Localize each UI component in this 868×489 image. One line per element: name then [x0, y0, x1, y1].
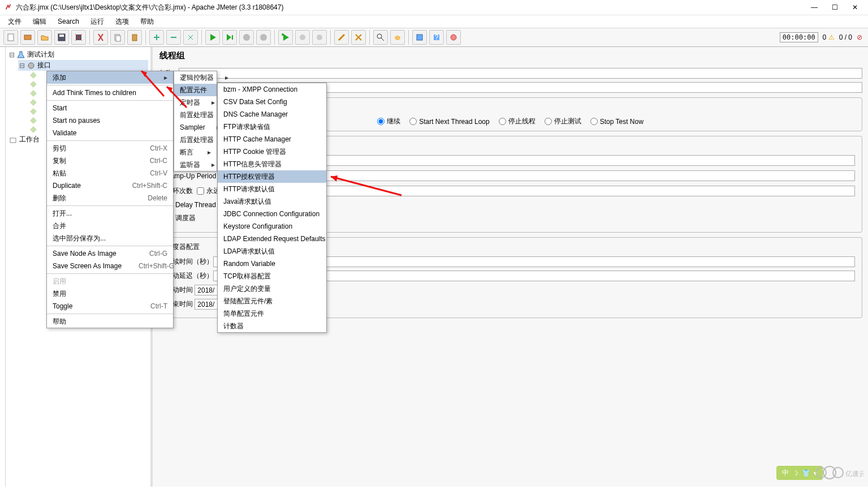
- svg-rect-8: [232, 35, 233, 40]
- ctx-config-item[interactable]: bzm - XMPP Connection: [218, 83, 326, 96]
- saveall-icon[interactable]: [71, 30, 86, 45]
- ctx-config-item[interactable]: Keystore Configuration: [218, 220, 326, 233]
- reset-search-icon[interactable]: [390, 30, 405, 45]
- ctx-disable[interactable]: 禁用: [47, 288, 173, 300]
- ctx-merge[interactable]: 合并: [47, 220, 173, 232]
- paste-icon[interactable]: [127, 30, 142, 45]
- maximize-button[interactable]: ☐: [830, 3, 840, 11]
- menu-run[interactable]: 运行: [86, 16, 109, 28]
- ctx-config-item[interactable]: 登陆配置元件/素: [218, 295, 326, 307]
- function-icon[interactable]: [412, 30, 427, 45]
- ctx-start[interactable]: Start: [47, 102, 173, 114]
- ctx-config-item[interactable]: HTTP信息头管理器: [218, 158, 326, 170]
- copy-icon[interactable]: [110, 30, 125, 45]
- ctx-copy[interactable]: 复制Ctrl-C: [47, 155, 173, 167]
- ctx-config-item[interactable]: CSV Data Set Config: [218, 96, 326, 108]
- ctx-config-item[interactable]: HTTP请求默认值: [218, 183, 326, 195]
- rampup-input[interactable]: [257, 170, 855, 181]
- menu-search[interactable]: Search: [53, 16, 84, 27]
- ctx-open[interactable]: 打开...: [47, 207, 173, 220]
- ctx-timer[interactable]: 定时器▸: [174, 96, 217, 109]
- shutdown-icon[interactable]: [256, 30, 271, 45]
- menu-file[interactable]: 文件: [3, 16, 26, 28]
- shirt-icon: 👕: [802, 469, 810, 477]
- ctx-enable: 启用: [47, 275, 173, 288]
- ctx-config-item[interactable]: LDAP请求默认值: [218, 245, 326, 258]
- templates-icon[interactable]: [20, 30, 35, 45]
- menu-help[interactable]: 帮助: [136, 16, 158, 28]
- ctx-sampler[interactable]: Sampler▸: [174, 121, 217, 134]
- ctx-config-element[interactable]: 配置元件▸: [174, 84, 217, 96]
- start-notimer-icon[interactable]: [222, 30, 237, 45]
- scheduler-label: 调度器: [175, 213, 196, 223]
- open-icon[interactable]: [37, 30, 52, 45]
- ctx-preprocessor[interactable]: 前置处理器▸: [174, 109, 217, 121]
- name-input[interactable]: [179, 68, 862, 79]
- save-icon[interactable]: [54, 30, 69, 45]
- ctx-delete[interactable]: 删除Delete: [47, 192, 173, 204]
- radio-stop-now[interactable]: Stop Test Now: [590, 117, 644, 126]
- ctx-cut[interactable]: 剪切Ctrl-X: [47, 142, 173, 155]
- ctx-config-item[interactable]: HTTP Cache Manager: [218, 133, 326, 145]
- svg-rect-1: [24, 35, 31, 40]
- ctx-config-item[interactable]: Random Variable: [218, 258, 326, 270]
- toggle-icon[interactable]: [183, 30, 198, 45]
- svg-point-13: [317, 35, 322, 40]
- ctx-duplicate[interactable]: DuplicateCtrl+Shift-C: [47, 179, 173, 192]
- remote-stop-icon[interactable]: [295, 30, 310, 45]
- ctx-add-think[interactable]: Add Think Times to children: [47, 87, 173, 99]
- ctx-config-item[interactable]: TCP取样器配置: [218, 270, 326, 282]
- expand-icon[interactable]: [149, 30, 164, 45]
- ctx-listener[interactable]: 监听器▸: [174, 158, 217, 171]
- ctx-save-node-image[interactable]: Save Node As ImageCtrl-G: [47, 247, 173, 260]
- stop-icon[interactable]: [239, 30, 254, 45]
- svg-point-24: [833, 467, 843, 478]
- search-icon[interactable]: [373, 30, 388, 45]
- ctx-save-screen-image[interactable]: Save Screen As ImageCtrl+Shift-G: [47, 260, 173, 272]
- ctx-logic-controller[interactable]: 逻辑控制器▸: [174, 71, 217, 84]
- menu-options[interactable]: 选项: [111, 16, 133, 28]
- ctx-config-item[interactable]: 用户定义的变量: [218, 282, 326, 295]
- svg-text:亿速云: 亿速云: [845, 470, 863, 478]
- ctx-config-item[interactable]: HTTP授权管理器: [218, 170, 326, 183]
- ctx-config-item[interactable]: 简单配置元件: [218, 307, 326, 320]
- ctx-config-item[interactable]: Java请求默认值: [218, 195, 326, 208]
- clear-icon[interactable]: [334, 30, 349, 45]
- radio-next-loop[interactable]: Start Next Thread Loop: [409, 117, 490, 126]
- ctx-config-item[interactable]: 计数器: [218, 320, 326, 332]
- ctx-config-item[interactable]: DNS Cache Manager: [218, 108, 326, 121]
- radio-continue[interactable]: 继续: [377, 117, 400, 126]
- tree-threadgroup[interactable]: ⊟ 接口: [18, 60, 148, 71]
- menu-edit[interactable]: 编辑: [28, 16, 51, 28]
- radio-stop-thread[interactable]: 停止线程: [499, 117, 536, 126]
- ctx-paste[interactable]: 粘贴Ctrl-V: [47, 167, 173, 179]
- ctx-config-item[interactable]: HTTP Cookie 管理器: [218, 145, 326, 158]
- close-button[interactable]: ✕: [850, 3, 860, 11]
- ctx-saveas[interactable]: 选中部分保存为...: [47, 232, 173, 244]
- ctx-assertion[interactable]: 断言▸: [174, 146, 217, 158]
- gear-icon[interactable]: [446, 30, 461, 45]
- ctx-validate[interactable]: Validate: [47, 127, 173, 139]
- clearall-icon[interactable]: [351, 30, 366, 45]
- remote-start-icon[interactable]: [278, 30, 293, 45]
- tree-testplan[interactable]: ⊟ 测试计划: [8, 49, 148, 60]
- new-icon[interactable]: [3, 30, 18, 45]
- forever-checkbox[interactable]: [197, 187, 204, 195]
- help-icon[interactable]: ?: [429, 30, 444, 45]
- ctx-config-item[interactable]: LDAP Extended Request Defaults: [218, 233, 326, 245]
- cut-icon[interactable]: [93, 30, 108, 45]
- start-icon[interactable]: [205, 30, 220, 45]
- radio-stop-test[interactable]: 停止测试: [545, 117, 581, 126]
- ctx-help[interactable]: 帮助: [47, 315, 173, 328]
- ctx-config-item[interactable]: FTP请求缺省值: [218, 121, 326, 133]
- ctx-toggle[interactable]: ToggleCtrl-T: [47, 300, 173, 312]
- ctx-postprocessor[interactable]: 后置处理器▸: [174, 134, 217, 146]
- remote-shutdown-icon[interactable]: [312, 30, 327, 45]
- minimize-button[interactable]: —: [809, 3, 819, 11]
- ctx-config-item[interactable]: JDBC Connection Configuration: [218, 208, 326, 220]
- collapse-icon[interactable]: [166, 30, 181, 45]
- ctx-add[interactable]: 添加▸: [47, 71, 173, 84]
- svg-rect-6: [116, 36, 120, 41]
- ctx-start-nopause[interactable]: Start no pauses: [47, 114, 173, 127]
- svg-rect-21: [10, 138, 16, 143]
